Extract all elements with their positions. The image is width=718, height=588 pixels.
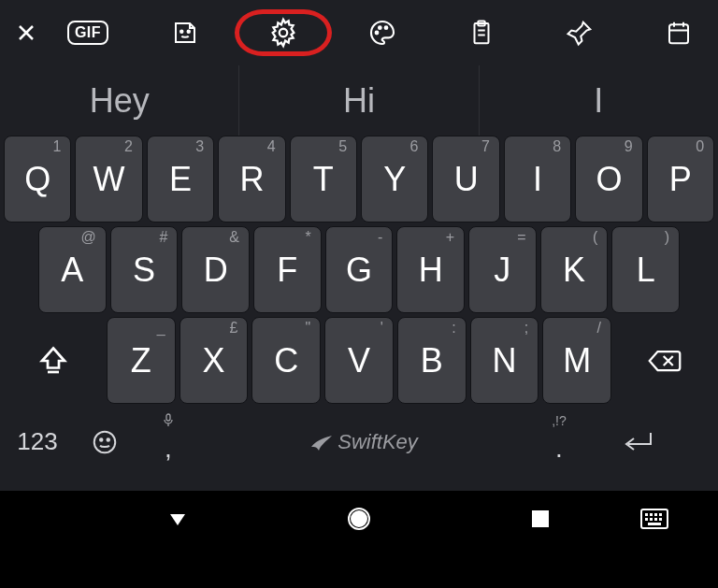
mic-hint-icon [163,413,174,429]
swiftkey-swoosh-icon [309,432,334,452]
key-c[interactable]: "C [251,317,321,404]
triangle-down-icon [166,508,189,530]
key-hint: : [452,320,455,337]
emoji-key[interactable] [75,408,135,476]
key-hint: @ [80,229,95,246]
key-label: M [563,341,591,380]
gif-icon: GIF [67,21,108,45]
comma-symbol: , [165,434,172,464]
key-label: P [669,160,692,199]
suggestion-1[interactable]: Hey [0,65,238,136]
key-a[interactable]: @A [38,226,107,313]
pin-button[interactable] [552,19,608,47]
numeric-label: 123 [17,427,57,456]
nav-home-button[interactable] [338,498,380,539]
period-symbol: . [555,434,563,464]
svg-point-5 [385,26,388,29]
key-hint: 6 [410,138,419,155]
key-t[interactable]: 5T [290,136,357,222]
key-hint: 8 [553,138,561,155]
key-w[interactable]: 2W [75,136,142,222]
nav-back-button[interactable] [157,498,198,539]
key-d[interactable]: &D [181,226,250,313]
key-hint: ( [593,229,597,246]
key-hint: / [597,320,601,337]
key-hint: 4 [267,138,276,155]
key-g[interactable]: -G [325,226,394,313]
nav-keyboard-button[interactable] [634,498,675,539]
settings-button[interactable] [255,17,311,49]
svg-point-3 [376,32,379,35]
key-i[interactable]: 8I [504,136,571,222]
key-label: U [454,160,479,199]
key-f[interactable]: *F [253,226,322,313]
svg-rect-19 [654,513,657,516]
shift-key[interactable] [4,317,103,404]
svg-point-14 [352,511,366,526]
circle-icon [345,505,373,533]
suggestion-3[interactable]: I [479,65,718,136]
key-label: K [563,251,585,290]
backspace-key[interactable] [615,317,714,404]
key-p[interactable]: 0P [647,136,714,222]
key-label: D [204,251,228,290]
comma-key[interactable]: , [138,408,198,476]
key-v[interactable]: 'V [324,317,394,404]
key-l[interactable]: )L [611,226,680,313]
key-label: S [133,251,155,290]
key-hint: 0 [696,138,704,155]
close-button[interactable] [0,22,52,44]
key-label: W [93,160,125,199]
key-r[interactable]: 4R [218,136,285,222]
period-key[interactable]: ,!? . [529,408,589,476]
calendar-button[interactable] [651,19,707,47]
key-hint: 7 [481,138,490,155]
gif-button[interactable]: GIF [62,21,114,45]
key-label: B [421,341,443,380]
key-e[interactable]: 3E [147,136,214,222]
key-label: V [348,341,370,380]
key-hint: + [446,229,454,246]
key-s[interactable]: #S [110,226,179,313]
key-k[interactable]: (K [540,226,609,313]
key-hint: ' [381,320,383,337]
svg-rect-18 [650,513,653,516]
key-hint: " [305,320,310,337]
key-o[interactable]: 9O [575,136,642,222]
clipboard-button[interactable] [453,19,510,47]
numeric-key[interactable]: 123 [4,408,71,476]
space-key[interactable]: SwiftKey [202,408,525,476]
key-label: A [61,251,83,290]
key-b[interactable]: :B [397,317,467,404]
stickers-button[interactable] [157,19,213,47]
svg-point-0 [180,31,183,34]
svg-point-1 [187,31,190,34]
key-hint: £ [230,320,238,337]
key-hint: _ [157,320,165,337]
themes-button[interactable] [354,18,410,48]
key-label: Z [131,341,151,380]
svg-point-2 [280,29,288,37]
key-hint: 9 [625,138,633,155]
key-u[interactable]: 7U [432,136,499,222]
enter-key[interactable] [593,408,682,476]
key-y[interactable]: 6Y [361,136,428,222]
suggestion-2[interactable]: Hi [238,65,478,136]
key-q[interactable]: 1Q [4,136,71,222]
key-h[interactable]: +H [396,226,465,313]
key-z[interactable]: _Z [107,317,176,404]
key-label: N [492,341,516,380]
key-hint: # [159,229,167,246]
key-n[interactable]: ;N [470,317,539,404]
svg-point-11 [108,438,110,441]
space-brand: SwiftKey [309,430,418,454]
nav-recents-button[interactable] [520,498,561,539]
key-label: G [346,251,372,290]
key-x[interactable]: £X [180,317,249,404]
svg-rect-23 [654,518,657,521]
key-j[interactable]: =J [468,226,537,313]
key-m[interactable]: /M [542,317,611,404]
key-label: I [533,160,542,199]
x-icon [15,22,37,44]
key-label: C [274,341,298,380]
